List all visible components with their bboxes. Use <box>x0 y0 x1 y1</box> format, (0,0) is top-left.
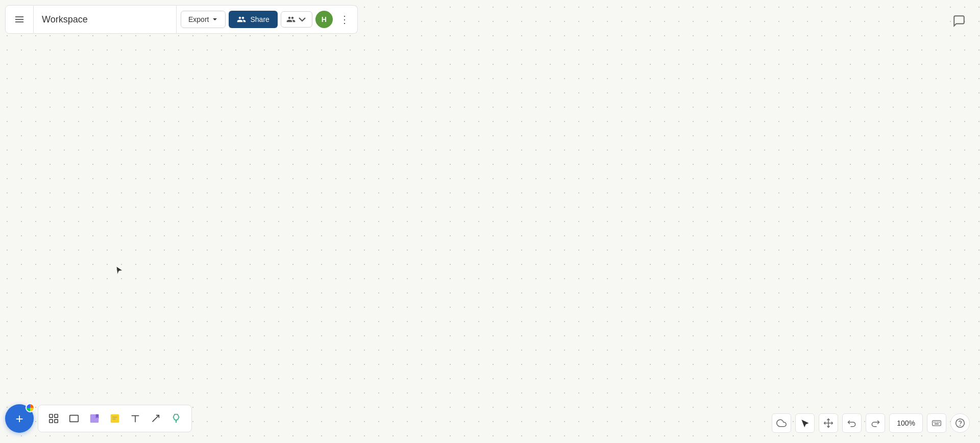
svg-rect-9 <box>111 414 119 423</box>
note-icon <box>109 413 120 424</box>
cloud-save-button[interactable] <box>772 413 791 433</box>
add-badge <box>26 403 35 412</box>
svg-rect-18 <box>933 421 941 426</box>
move-icon <box>823 418 834 428</box>
cursor-tool-button[interactable] <box>795 413 815 433</box>
help-button[interactable] <box>950 413 970 433</box>
rectangle-tool-button[interactable] <box>64 408 84 429</box>
help-icon <box>955 418 965 428</box>
menu-button[interactable] <box>5 5 34 34</box>
move-tool-button[interactable] <box>819 413 838 433</box>
top-toolbar: Export Share H ⋮ <box>5 5 358 34</box>
collaborators-button[interactable] <box>281 11 312 28</box>
tool-group <box>38 405 192 432</box>
keyboard-icon <box>932 418 942 428</box>
user-avatar[interactable]: H <box>315 11 333 28</box>
svg-rect-3 <box>50 414 53 417</box>
undo-icon <box>847 418 857 428</box>
add-button[interactable]: + <box>5 404 34 433</box>
cursor-icon <box>800 418 810 428</box>
text-tool-button[interactable] <box>125 408 145 429</box>
more-options-button[interactable]: ⋮ <box>336 11 353 28</box>
note-tool-button[interactable] <box>105 408 125 429</box>
line-icon <box>150 413 161 424</box>
rectangle-icon <box>68 413 80 424</box>
workspace-title-input[interactable] <box>42 14 168 25</box>
chevron-down-icon <box>212 16 218 22</box>
zoom-value: 100% <box>897 419 915 427</box>
bottom-toolbar: + <box>5 404 192 433</box>
toolbar-actions: Export Share H ⋮ <box>177 5 358 34</box>
share-people-icon <box>237 15 246 24</box>
sticky-icon <box>89 413 100 424</box>
keyboard-shortcuts-button[interactable] <box>927 413 946 433</box>
cloud-icon <box>776 418 787 428</box>
chat-icon <box>952 14 966 28</box>
add-icon: + <box>15 412 23 425</box>
share-label: Share <box>250 15 269 23</box>
sticky-tool-button[interactable] <box>84 408 105 429</box>
svg-rect-7 <box>70 415 79 422</box>
svg-rect-6 <box>55 420 58 423</box>
redo-icon <box>870 418 880 428</box>
collaborators-icon <box>286 15 296 24</box>
line-tool-button[interactable] <box>145 408 166 429</box>
highlight-tool-button[interactable] <box>166 408 186 429</box>
frames-tool-button[interactable] <box>43 408 64 429</box>
export-button[interactable]: Export <box>181 11 226 28</box>
bottom-right-toolbar: 100% <box>772 413 970 433</box>
export-label: Export <box>188 15 209 23</box>
canvas[interactable] <box>0 0 980 443</box>
frames-icon <box>48 413 59 424</box>
collab-chevron-icon <box>298 15 307 24</box>
svg-rect-5 <box>50 420 53 423</box>
svg-line-14 <box>153 415 159 422</box>
svg-point-24 <box>956 419 965 428</box>
undo-button[interactable] <box>842 413 862 433</box>
zoom-display[interactable]: 100% <box>889 413 923 433</box>
share-button[interactable]: Share <box>229 11 277 28</box>
svg-rect-4 <box>55 414 58 417</box>
chat-button[interactable] <box>948 10 970 32</box>
redo-button[interactable] <box>866 413 885 433</box>
text-icon <box>130 413 141 424</box>
highlight-icon <box>170 413 182 424</box>
title-area <box>34 5 177 34</box>
